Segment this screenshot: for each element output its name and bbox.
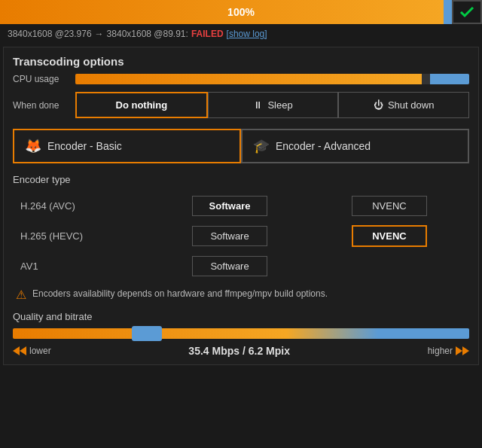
resolution-arrow: → — [95, 29, 104, 39]
resolution-source: 3840x1608 @23.976 — [8, 29, 92, 39]
progress-label: 100% — [0, 6, 482, 18]
h264-nvenc-button[interactable]: NVENC — [352, 196, 427, 216]
shutdown-icon: ⏻ — [374, 99, 383, 111]
quality-slider-thumb[interactable] — [132, 326, 162, 341]
encoder-basic-label: Encoder - Basic — [47, 140, 122, 152]
encoder-type-label: Encoder type — [13, 174, 469, 185]
svg-marker-3 — [462, 346, 469, 355]
when-done-label: When done — [13, 100, 69, 111]
codec-h265-label: H.265 (HEVC) — [13, 221, 150, 251]
svg-marker-1 — [20, 346, 26, 355]
shutdown-button[interactable]: ⏻ Shut down — [338, 92, 469, 118]
encoder-advanced-icon: 🎓 — [253, 138, 270, 154]
av1-software-cell: Software — [150, 251, 310, 281]
section-title: Transcoding options — [13, 55, 469, 68]
warning-text: Encoders availability depends on hardwar… — [32, 288, 328, 299]
encoder-tabs: 🦊 Encoder - Basic 🎓 Encoder - Advanced — [13, 129, 469, 163]
table-row: H.264 (AVC) Software NVENC — [13, 191, 469, 221]
do-nothing-button[interactable]: Do nothing — [75, 92, 208, 118]
table-row: H.265 (HEVC) Software NVENC — [13, 221, 469, 251]
encoder-table: H.264 (AVC) Software NVENC H.265 (HEVC) … — [13, 191, 469, 281]
h264-software-button[interactable]: Software — [192, 196, 267, 216]
av1-nvenc-cell — [310, 251, 469, 281]
h265-nvenc-cell: NVENC — [310, 221, 469, 251]
h264-software-cell: Software — [150, 191, 310, 221]
sleep-icon: ⏸ — [253, 99, 263, 111]
tab-encoder-advanced[interactable]: 🎓 Encoder - Advanced — [241, 129, 469, 163]
lower-label: lower — [13, 346, 51, 356]
cpu-label: CPU usage — [13, 74, 69, 84]
h265-software-button[interactable]: Software — [192, 226, 267, 246]
cpu-bar-track — [75, 74, 469, 84]
codec-h264-label: H.264 (AVC) — [13, 191, 150, 221]
warning-icon: ⚠ — [16, 288, 26, 302]
quality-value: 35.4 Mbps / 6.2 Mpix — [188, 345, 290, 357]
svg-marker-0 — [13, 346, 20, 355]
shutdown-label: Shut down — [388, 99, 434, 111]
cpu-row: CPU usage — [13, 74, 469, 84]
quality-slider-track[interactable] — [13, 328, 469, 339]
h264-nvenc-cell: NVENC — [310, 191, 469, 221]
main-content: Transcoding options CPU usage When done … — [3, 47, 479, 365]
when-done-row: When done Do nothing ⏸ Sleep ⏻ Shut down — [13, 92, 469, 118]
checkmark-box — [452, 0, 482, 24]
lower-text: lower — [29, 346, 51, 356]
resolution-target: 3840x1608 @89.91: — [107, 29, 188, 39]
cpu-bar-blue — [430, 74, 469, 84]
when-done-buttons: Do nothing ⏸ Sleep ⏻ Shut down — [75, 92, 469, 118]
warning-row: ⚠ Encoders availability depends on hardw… — [13, 288, 469, 302]
show-log-link[interactable]: [show log] — [227, 29, 267, 39]
resolution-status: FAILED — [191, 29, 224, 39]
sleep-label: Sleep — [267, 99, 292, 111]
higher-text: higher — [428, 346, 453, 356]
encoder-advanced-label: Encoder - Advanced — [276, 140, 371, 152]
h265-nvenc-button[interactable]: NVENC — [352, 225, 427, 247]
h265-software-cell: Software — [150, 221, 310, 251]
av1-software-button[interactable]: Software — [192, 256, 267, 276]
higher-label: higher — [428, 346, 469, 356]
svg-marker-2 — [456, 346, 462, 355]
cpu-bar-fill — [75, 74, 422, 84]
progress-bar-container: 100% — [0, 0, 482, 24]
quality-label: Quality and bitrate — [13, 311, 469, 322]
table-row: AV1 Software — [13, 251, 469, 281]
resolution-line: 3840x1608 @23.976 → 3840x1608 @89.91: FA… — [0, 24, 482, 44]
codec-av1-label: AV1 — [13, 251, 150, 281]
encoder-basic-icon: 🦊 — [25, 138, 41, 154]
tab-encoder-basic[interactable]: 🦊 Encoder - Basic — [13, 129, 241, 163]
quality-labels: lower 35.4 Mbps / 6.2 Mpix higher — [13, 345, 469, 357]
sleep-button[interactable]: ⏸ Sleep — [208, 92, 339, 118]
